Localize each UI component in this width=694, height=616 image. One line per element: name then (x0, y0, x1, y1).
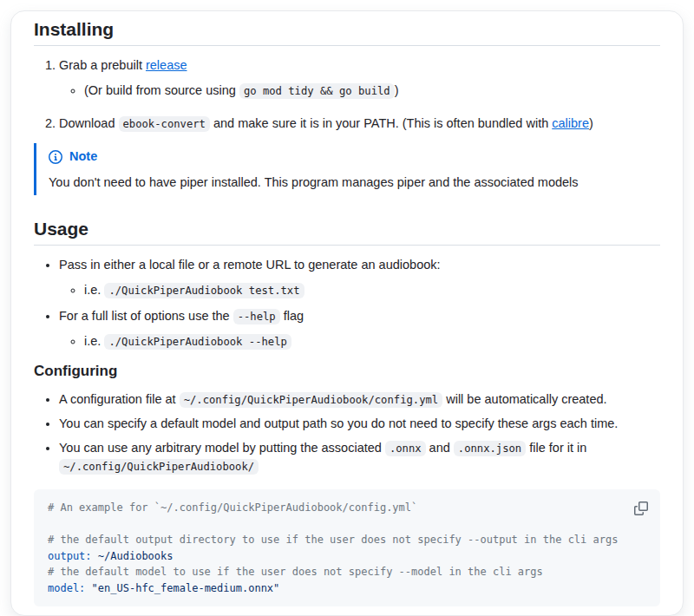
inline-code-config-dir: ~/.config/QuickPiperAudiobook/ (59, 459, 259, 475)
section-heading-configuring: Configuring (34, 362, 660, 381)
item-text: i.e. (84, 283, 104, 297)
code-line: model: "en_US-hfc_female-medium.onnx" (48, 580, 646, 597)
list-item-example-help: i.e. ./QuickPiperAudiobook --help (84, 330, 660, 353)
list-item-prebuilt-release: Grab a prebuilt release (Or build from s… (59, 56, 660, 102)
usage-sublist-2: i.e. ./QuickPiperAudiobook --help (59, 330, 660, 353)
code-line: # the default output directory to use if… (48, 532, 646, 548)
release-link[interactable]: release (146, 58, 187, 72)
list-item-pass-input: Pass in either a local file or a remote … (59, 256, 660, 302)
inline-code-onnx-json: .onnx.json (454, 441, 526, 456)
installing-list: Grab a prebuilt release (Or build from s… (34, 56, 660, 133)
item-text: (Or build from source using (84, 83, 239, 97)
list-item-build-from-source: (Or build from source using go mod tidy … (84, 79, 660, 102)
item-text: You can specify a default model and outp… (59, 416, 618, 430)
usage-sublist-1: i.e. ./QuickPiperAudiobook test.txt (59, 279, 660, 302)
item-text: flag (280, 309, 304, 323)
code-line: # the default model to use if the user d… (48, 564, 646, 580)
section-heading-usage: Usage (34, 218, 660, 246)
info-icon (49, 150, 62, 164)
note-text: You don't need to have piper installed. … (49, 174, 648, 192)
item-text: Download (59, 116, 119, 130)
calibre-link[interactable]: calibre (552, 116, 589, 130)
list-item-default-model: You can specify a default model and outp… (59, 415, 660, 433)
inline-code-help-flag: --help (233, 309, 280, 324)
item-text: For a full list of options use the (59, 309, 233, 323)
list-item-arbitrary-model: You can use any arbitrary model by putti… (59, 439, 660, 475)
item-text: and make sure it is in your PATH. (This … (210, 116, 552, 130)
copy-code-button[interactable] (629, 496, 653, 521)
list-item-ebook-convert: Download ebook-convert and make sure it … (59, 115, 660, 133)
inline-code-example-help: ./QuickPiperAudiobook --help (104, 334, 291, 350)
item-text: You can use any arbitrary model by putti… (59, 441, 385, 455)
note-title: Note (49, 147, 648, 166)
item-text: and (426, 441, 454, 455)
item-text: i.e. (84, 334, 104, 348)
code-line (48, 516, 646, 533)
configuring-list: A configuration file at ~/.config/QuickP… (34, 390, 660, 475)
item-text: will be automatically created. (442, 392, 606, 406)
inline-code-example-file: ./QuickPiperAudiobook test.txt (104, 283, 304, 298)
item-text: ) (395, 83, 399, 97)
code-line: # An example for `~/.config/QuickPiperAu… (48, 500, 646, 516)
inline-code-ebook-convert: ebook-convert (119, 116, 210, 132)
installing-sublist: (Or build from source using go mod tidy … (59, 79, 660, 102)
note-label: Note (69, 147, 97, 166)
item-text: A configuration file at (59, 392, 180, 406)
section-heading-installing: Installing (34, 18, 660, 46)
item-text: Pass in either a local file or a remote … (59, 258, 441, 272)
list-item-help-flag: For a full list of options use the --hel… (59, 307, 660, 353)
list-item-example-file: i.e. ./QuickPiperAudiobook test.txt (84, 279, 660, 302)
item-text: file for it in (526, 441, 586, 455)
copy-icon (634, 501, 648, 515)
inline-code-go-build: go mod tidy && go build (239, 83, 395, 99)
yaml-code-block: # An example for `~/.config/QuickPiperAu… (34, 489, 660, 606)
list-item-config-file: A configuration file at ~/.config/QuickP… (59, 390, 660, 409)
note-callout: Note You don't need to have piper instal… (34, 143, 660, 195)
code-lines: # An example for `~/.config/QuickPiperAu… (48, 500, 646, 596)
inline-code-onnx: .onnx (385, 441, 426, 456)
item-text: Grab a prebuilt (59, 58, 146, 72)
readme-card: Installing Grab a prebuilt release (Or b… (10, 10, 684, 616)
code-line: output: ~/Audiobooks (48, 548, 646, 565)
usage-list: Pass in either a local file or a remote … (34, 256, 660, 353)
item-text: ) (589, 116, 593, 130)
inline-code-config-path: ~/.config/QuickPiperAudiobook/config.yml (180, 392, 443, 408)
